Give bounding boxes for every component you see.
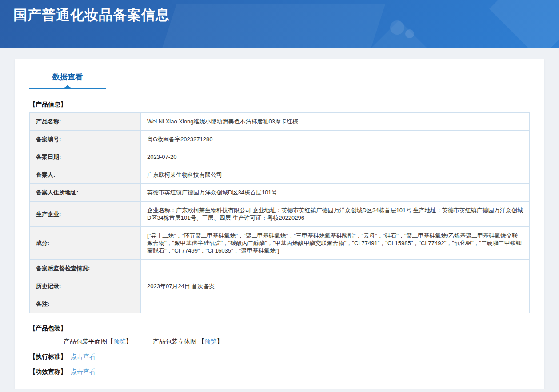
row-label: 生产企业: bbox=[30, 202, 141, 227]
row-label: 备案编号: bbox=[30, 131, 141, 148]
packaging-flat-item: 产品包装平面图【预览】 bbox=[64, 338, 132, 346]
section-title-product-info: 【产品信息】 bbox=[29, 101, 530, 109]
content-card: 数据查看 【产品信息】 产品名称: Wei Ni Xiao Xiong维妮小熊幼… bbox=[15, 59, 544, 389]
row-label: 备案人住所地址: bbox=[30, 184, 141, 202]
row-value bbox=[141, 260, 530, 277]
header-decoration bbox=[361, 20, 437, 48]
table-row: 备案后监督检查情况: bbox=[30, 260, 530, 277]
bracket-open: 【 bbox=[198, 338, 204, 345]
row-label: 备案人: bbox=[30, 166, 141, 184]
table-row: 备注: bbox=[30, 295, 530, 313]
bracket-close: 】 bbox=[217, 338, 223, 345]
table-row: 备案编号: 粤G妆网备字2023271280 bbox=[30, 131, 530, 148]
header-decoration bbox=[489, 0, 559, 48]
table-row: 产品名称: Wei Ni Xiao Xiong维妮小熊幼滑美色不沾杯唇釉03摩卡… bbox=[30, 113, 530, 131]
efficacy-view-link[interactable]: 点击查看 bbox=[71, 368, 96, 375]
table-row: 备案人: 广东欧柯莱生物科技有限公司 bbox=[30, 166, 530, 184]
page-body: 数据查看 【产品信息】 产品名称: Wei Ni Xiao Xiong维妮小熊幼… bbox=[0, 48, 559, 389]
row-value: 2023年07月24日 首次备案 bbox=[141, 277, 530, 295]
table-row: 历史记录: 2023年07月24日 首次备案 bbox=[30, 277, 530, 295]
table-row: 成分: ["异十二烷"，"环五聚二甲基硅氧烷"，"聚二甲基硅氧烷"，"三甲基硅烷… bbox=[30, 227, 530, 260]
row-value: ["异十二烷"，"环五聚二甲基硅氧烷"，"聚二甲基硅氧烷"，"三甲基硅烷氧基硅酸… bbox=[141, 227, 530, 260]
bracket-open: 【 bbox=[107, 338, 113, 345]
packaging-stereo-label: 产品包装立体图 bbox=[153, 338, 198, 345]
packaging-flat-preview-link[interactable]: 预览 bbox=[113, 338, 126, 345]
row-value: 企业名称：广东欧柯莱生物科技有限公司 企业地址：英德市英红镇广德园万洋众创城D区… bbox=[141, 202, 530, 227]
tab-data-view[interactable]: 数据查看 bbox=[29, 72, 106, 89]
row-value: 广东欧柯莱生物科技有限公司 bbox=[141, 166, 530, 184]
section-title-packaging: 【产品包装】 bbox=[29, 325, 530, 333]
row-label: 历史记录: bbox=[30, 277, 141, 295]
header-decoration bbox=[390, 20, 404, 35]
product-info-table: 产品名称: Wei Ni Xiao Xiong维妮小熊幼滑美色不沾杯唇釉03摩卡… bbox=[29, 112, 530, 313]
row-value: Wei Ni Xiao Xiong维妮小熊幼滑美色不沾杯唇釉03摩卡红棕 bbox=[141, 113, 530, 131]
standard-view-link[interactable]: 点击查看 bbox=[71, 353, 96, 360]
page-footer: 本站由国家药品监督管理局主办 版权所有 Copyright © NMPA All… bbox=[0, 389, 559, 392]
row-value: 英德市英红镇广德园万洋众创城D区34栋首层101号 bbox=[141, 184, 530, 202]
page-header: 国产普通化妆品备案信息 bbox=[0, 0, 559, 48]
table-row: 备案日期: 2023-07-20 bbox=[30, 148, 530, 166]
tab-bar: 数据查看 bbox=[29, 72, 530, 89]
page-title: 国产普通化妆品备案信息 bbox=[13, 6, 170, 24]
row-label: 产品名称: bbox=[30, 113, 141, 131]
packaging-stereo-item: 产品包装立体图 【预览】 bbox=[153, 338, 223, 346]
packaging-stereo-preview-link[interactable]: 预览 bbox=[204, 338, 217, 345]
section-title-standard: 【执行标准】 bbox=[29, 353, 67, 360]
packaging-line: 产品包装平面图【预览】 产品包装立体图 【预览】 bbox=[29, 338, 530, 346]
row-label: 成分: bbox=[30, 227, 141, 260]
table-row: 生产企业: 企业名称：广东欧柯莱生物科技有限公司 企业地址：英德市英红镇广德园万… bbox=[30, 202, 530, 227]
standard-section: 【执行标准】点击查看 bbox=[29, 353, 530, 361]
header-decoration bbox=[405, 29, 414, 38]
row-value: 粤G妆网备字2023271280 bbox=[141, 131, 530, 148]
row-value bbox=[141, 295, 530, 313]
table-row: 备案人住所地址: 英德市英红镇广德园万洋众创城D区34栋首层101号 bbox=[30, 184, 530, 202]
section-title-efficacy: 【功效宣称】 bbox=[29, 368, 67, 375]
row-label: 备案后监督检查情况: bbox=[30, 260, 141, 277]
row-label: 备案日期: bbox=[30, 148, 141, 166]
row-value: 2023-07-20 bbox=[141, 148, 530, 166]
packaging-flat-label: 产品包装平面图 bbox=[64, 338, 107, 345]
row-label: 备注: bbox=[30, 295, 141, 313]
header-decoration bbox=[152, 4, 385, 48]
bracket-close: 】 bbox=[126, 338, 132, 345]
efficacy-section: 【功效宣称】点击查看 bbox=[29, 368, 530, 376]
